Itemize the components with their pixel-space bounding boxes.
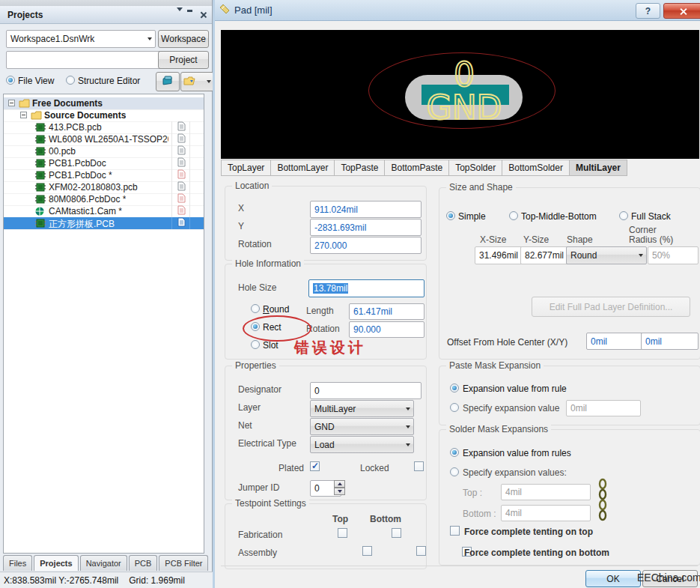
spin-up-icon[interactable] [334,480,345,488]
plated-checkbox[interactable] [310,461,320,471]
workspace-button[interactable]: Workspace [158,30,209,48]
workspace-combo[interactable]: Workspace1.DsnWrk [6,30,156,48]
collapse-icon[interactable] [20,112,27,118]
dropdown-arrow-icon[interactable] [207,80,211,83]
tab-bottomlayer[interactable]: BottomLayer [271,160,335,176]
tab-files[interactable]: Files [3,555,32,571]
structure-editor-radio[interactable] [66,76,75,85]
corner-radius-field: 50% [648,246,699,264]
solder-specify-radio[interactable] [450,467,459,476]
jumper-id-stepper[interactable] [334,480,345,495]
simple-radio[interactable] [446,211,455,220]
edit-full-pad-layer-button[interactable]: Edit Full Pad Layer Definition... [532,297,690,317]
solder-from-rules-radio[interactable] [450,448,459,457]
tree-item[interactable]: 80M0806.PcbDoc * [4,193,204,206]
layer-combo[interactable]: MultiLayer [310,400,414,417]
tree-item[interactable]: PCB1.PcbDoc [4,157,204,170]
project-field[interactable] [6,51,163,69]
tab-pcb[interactable]: PCB [129,555,158,571]
hole-size-field[interactable]: 13.78mil [308,279,424,297]
tab-toplayer[interactable]: TopLayer [221,160,271,176]
x-size-field[interactable]: 31.496mil [475,246,527,264]
tab-toppaste[interactable]: TopPaste [335,160,385,176]
open-folder-icon [183,76,195,88]
assembly-top-checkbox[interactable] [362,546,372,556]
status-grid: Grid: 1.969mil [129,575,185,586]
full-stack-radio[interactable] [619,211,628,220]
close-icon [680,7,687,15]
designator-field[interactable]: 0 [310,382,421,399]
tab-projects[interactable]: Projects [34,555,78,571]
doc-state-icon [177,133,186,145]
location-y-field[interactable]: -2831.693mil [310,219,421,236]
dropdown-arrow-icon[interactable] [635,247,646,264]
pin-icon[interactable] [189,11,198,19]
file-view-radio[interactable] [6,76,15,85]
doc-state-icon [177,121,186,133]
red-annotation-text: 错误设计 [294,338,366,358]
tree-item[interactable]: CAMtastic1.Cam * [4,205,204,218]
collapse-icon[interactable] [8,100,15,106]
location-x-field[interactable]: 911.024mil [310,201,421,218]
top-middle-bottom-radio[interactable] [509,211,518,220]
hole-length-field[interactable]: 61.417mil [349,303,424,320]
tab-multilayer[interactable]: MultiLayer [570,160,627,176]
paste-specify-radio[interactable] [450,403,459,412]
dialog-close-button[interactable] [663,3,700,19]
panel-bottom-tabs: Files Projects Navigator PCB PCB Filter [3,555,208,571]
tree-item[interactable]: PCB1.PcbDoc * [4,169,204,182]
tenting-top-checkbox[interactable] [450,526,460,536]
hole-rotation-field[interactable]: 90.000 [349,321,424,338]
pad-preview-canvas[interactable]: 0 GND [221,30,699,159]
tree-item[interactable]: WL6008 WL2650A1-TSSOP20 W [4,133,204,146]
paste-from-rule-radio[interactable] [450,384,459,392]
tree-item-source-documents[interactable]: Source Documents [4,109,204,122]
dropdown-arrow-icon[interactable] [402,401,413,416]
ok-button[interactable]: OK [585,570,641,587]
tree-item[interactable]: 413.PCB.pcb [4,121,204,134]
tab-bottompaste[interactable]: BottomPaste [385,160,449,176]
open-document-split-button[interactable] [180,72,214,91]
hole-slot-radio[interactable] [251,340,260,349]
link-chain-icon[interactable] [597,478,609,527]
hole-round-radio[interactable] [251,304,260,313]
status-bar: X:838.583mil Y:-2765.748mil Grid: 1.969m… [0,572,216,588]
chevron-down-icon[interactable] [177,11,186,19]
tab-navigator[interactable]: Navigator [80,555,127,571]
doc-state-icon [177,157,186,169]
projects-panel-header: Projects [0,6,212,24]
tab-topsolder[interactable]: TopSolder [449,160,502,176]
watermark-text: EEChina.com [637,572,700,584]
help-button[interactable]: ? [636,3,660,19]
offset-y-field[interactable]: 0mil [641,333,699,350]
tab-bottomsolder[interactable]: BottomSolder [502,160,570,176]
fabrication-top-checkbox[interactable] [338,528,347,538]
locked-checkbox[interactable] [414,461,424,471]
layer-tabs: TopLayer BottomLayer TopPaste BottomPast… [221,160,627,176]
tree-item-selected[interactable]: 正方形拼板.PCB [4,217,204,230]
folder-icon [31,111,42,122]
dropdown-arrow-icon[interactable] [402,419,413,434]
library-toolbar-button[interactable] [156,72,180,91]
shape-combo[interactable]: Round [566,246,647,264]
close-icon[interactable] [200,11,209,19]
net-combo[interactable]: GND [310,418,414,435]
properties-group: Properties Designator 0 Layer MultiLayer… [225,366,427,500]
status-coordinates: X:838.583mil Y:-2765.748mil [4,575,118,586]
tree-item[interactable]: 00.pcb [4,145,204,158]
fabrication-bottom-checkbox[interactable] [392,528,401,538]
spin-down-icon[interactable] [334,488,345,495]
tab-pcb-filter[interactable]: PCB Filter [159,555,208,571]
assembly-bottom-checkbox[interactable] [416,546,426,556]
tree-item-free-documents[interactable]: Free Documents [4,97,204,110]
location-group: Location X 911.024mil Y -2831.693mil Rot… [225,186,427,261]
location-rotation-field[interactable]: 270.000 [310,237,421,254]
dialog-titlebar[interactable]: Pad [mil] ? [215,0,700,21]
tree-item[interactable]: XFM02-20180803.pcb [4,181,204,194]
dropdown-arrow-icon[interactable] [402,437,413,452]
electrical-type-combo[interactable]: Load [310,436,414,453]
dropdown-arrow-icon[interactable] [144,31,155,47]
project-button[interactable]: Project [158,51,209,69]
y-size-field[interactable]: 82.677mil [520,246,573,264]
offset-x-field[interactable]: 0mil [586,333,645,350]
